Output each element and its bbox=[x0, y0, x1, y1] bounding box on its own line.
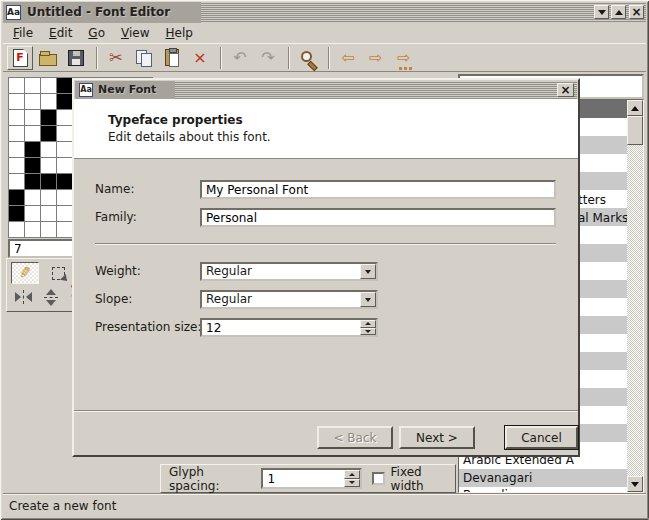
glyph-spacing-spinner[interactable] bbox=[261, 468, 362, 489]
name-input[interactable] bbox=[202, 182, 554, 197]
grid-cell[interactable] bbox=[41, 110, 56, 125]
back-button[interactable]: ⇦ bbox=[335, 46, 361, 70]
save-button[interactable] bbox=[63, 46, 89, 70]
grid-cell[interactable] bbox=[57, 206, 72, 221]
block-item[interactable]: tters bbox=[578, 192, 606, 208]
undo-button[interactable]: ↶ bbox=[227, 46, 253, 70]
grid-cell[interactable] bbox=[57, 78, 72, 93]
cut-button[interactable]: ✂ bbox=[103, 46, 129, 70]
goto-button[interactable]: ⇨ bbox=[391, 46, 417, 70]
paste-icon bbox=[165, 49, 179, 66]
scroll-down-button[interactable] bbox=[627, 476, 643, 492]
block-item[interactable]: al Marks bbox=[578, 210, 628, 226]
grid-cell[interactable] bbox=[9, 94, 24, 109]
flip-vertical-button[interactable] bbox=[37, 286, 65, 308]
paste-button[interactable] bbox=[159, 46, 185, 70]
grid-cell[interactable] bbox=[57, 190, 72, 205]
grid-cell[interactable] bbox=[57, 110, 72, 125]
menu-file[interactable]: File bbox=[5, 24, 41, 42]
grid-cell[interactable] bbox=[41, 126, 56, 141]
spacing-decrement-button[interactable] bbox=[344, 479, 360, 488]
fixed-width-checkbox[interactable] bbox=[372, 472, 385, 485]
delete-button[interactable]: × bbox=[187, 46, 213, 70]
grid-cell[interactable] bbox=[41, 158, 56, 173]
grid-cell[interactable] bbox=[25, 206, 40, 221]
grid-cell[interactable] bbox=[41, 190, 56, 205]
grid-cell[interactable] bbox=[9, 78, 24, 93]
name-field[interactable] bbox=[200, 180, 556, 199]
spacing-increment-button[interactable] bbox=[344, 470, 360, 479]
grid-cell[interactable] bbox=[9, 190, 24, 205]
grid-cell[interactable] bbox=[25, 222, 40, 237]
dialog-title-bar[interactable]: Aa New Font × bbox=[75, 81, 577, 99]
grid-cell[interactable] bbox=[9, 110, 24, 125]
maximize-button[interactable] bbox=[611, 5, 626, 19]
minimize-button[interactable] bbox=[594, 5, 609, 19]
grid-cell[interactable] bbox=[25, 142, 40, 157]
slope-dropdown[interactable]: Regular bbox=[200, 290, 378, 309]
grid-cell[interactable] bbox=[9, 126, 24, 141]
redo-button[interactable]: ↷ bbox=[255, 46, 281, 70]
copy-button[interactable] bbox=[131, 46, 157, 70]
close-button[interactable]: × bbox=[629, 5, 644, 19]
grid-cell[interactable] bbox=[41, 142, 56, 157]
grid-cell[interactable] bbox=[41, 222, 56, 237]
new-button[interactable]: F bbox=[7, 46, 33, 70]
pencil-tool-button[interactable]: ✎ bbox=[11, 262, 39, 284]
weight-dropdown-button[interactable] bbox=[360, 264, 376, 279]
grid-cell[interactable] bbox=[41, 206, 56, 221]
grid-cell[interactable] bbox=[9, 142, 24, 157]
scrollbar-thumb[interactable] bbox=[627, 116, 643, 145]
weight-dropdown[interactable]: Regular bbox=[200, 262, 378, 281]
scroll-up-button[interactable] bbox=[627, 100, 643, 116]
forward-button[interactable]: ⇨ bbox=[363, 46, 389, 70]
list-scrollbar[interactable] bbox=[627, 100, 643, 492]
minimize-icon bbox=[598, 10, 606, 15]
family-field[interactable] bbox=[200, 208, 556, 227]
flip-horizontal-button[interactable] bbox=[9, 286, 37, 308]
grid-cell[interactable] bbox=[9, 158, 24, 173]
grid-cell[interactable] bbox=[9, 222, 24, 237]
grid-cell[interactable] bbox=[57, 142, 72, 157]
presentation-size-input[interactable] bbox=[202, 320, 358, 335]
grid-cell[interactable] bbox=[25, 110, 40, 125]
glyph-spacing-input[interactable] bbox=[263, 470, 342, 487]
title-bar[interactable]: Aa Untitled - Font Editor × bbox=[3, 2, 646, 23]
open-button[interactable] bbox=[35, 46, 61, 70]
grid-cell[interactable] bbox=[25, 78, 40, 93]
resize-grip[interactable] bbox=[641, 511, 644, 514]
grid-cell[interactable] bbox=[25, 94, 40, 109]
size-increment-button[interactable] bbox=[360, 320, 376, 328]
grid-cell[interactable] bbox=[9, 206, 24, 221]
grid-cell[interactable] bbox=[57, 158, 72, 173]
menu-view[interactable]: View bbox=[113, 24, 157, 42]
scrollbar-track[interactable] bbox=[627, 145, 643, 476]
toolbar-separator bbox=[96, 47, 98, 69]
grid-cell[interactable] bbox=[25, 174, 40, 189]
family-input[interactable] bbox=[202, 210, 554, 225]
new-icon: F bbox=[13, 49, 28, 67]
menu-edit[interactable]: Edit bbox=[41, 24, 80, 42]
grid-cell[interactable] bbox=[25, 126, 40, 141]
grid-cell[interactable] bbox=[57, 126, 72, 141]
block-item-devanagari[interactable]: Devanagari bbox=[463, 470, 532, 486]
grid-cell[interactable] bbox=[57, 94, 72, 109]
menu-help[interactable]: Help bbox=[157, 24, 200, 42]
grid-cell[interactable] bbox=[41, 174, 56, 189]
cancel-button[interactable]: Cancel bbox=[505, 426, 578, 449]
grid-cell[interactable] bbox=[25, 190, 40, 205]
grid-cell[interactable] bbox=[9, 174, 24, 189]
menu-go[interactable]: Go bbox=[80, 24, 113, 42]
next-button[interactable]: Next > bbox=[399, 426, 475, 449]
presentation-size-spinner[interactable] bbox=[200, 318, 378, 337]
grid-cell[interactable] bbox=[57, 222, 72, 237]
grid-cell[interactable] bbox=[41, 94, 56, 109]
search-button[interactable] bbox=[295, 46, 321, 70]
grid-cell[interactable] bbox=[41, 78, 56, 93]
dialog-close-button[interactable]: × bbox=[557, 83, 574, 97]
grid-cell[interactable] bbox=[57, 174, 72, 189]
select-tool-button[interactable] bbox=[44, 262, 72, 284]
slope-dropdown-button[interactable] bbox=[360, 292, 376, 307]
grid-cell[interactable] bbox=[25, 158, 40, 173]
size-decrement-button[interactable] bbox=[360, 328, 376, 336]
